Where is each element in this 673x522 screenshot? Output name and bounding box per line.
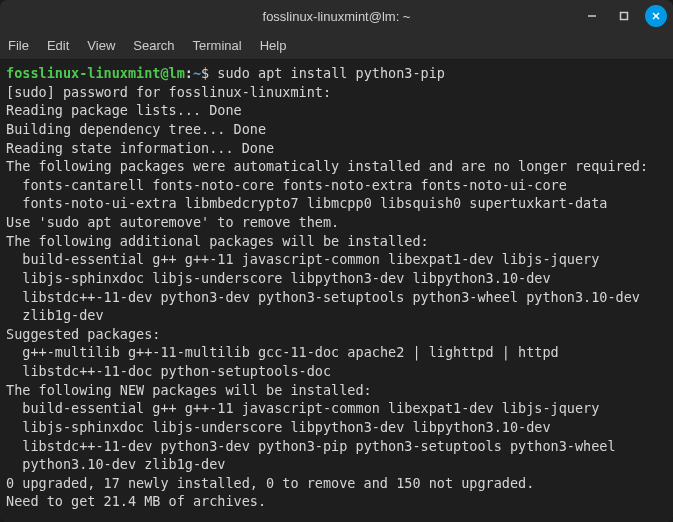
output-line: libjs-sphinxdoc libjs-underscore libpyth… — [6, 418, 667, 437]
prompt-path: ~ — [193, 65, 201, 81]
output-line: The following NEW packages will be insta… — [6, 381, 667, 400]
command-text: sudo apt install python3-pip — [217, 65, 445, 81]
output-line: python3.10-dev zlib1g-dev — [6, 455, 667, 474]
output-line: libstdc++-11-doc python-setuptools-doc — [6, 362, 667, 381]
output-line: The following additional packages will b… — [6, 232, 667, 251]
output-line: fonts-cantarell fonts-noto-core fonts-no… — [6, 176, 667, 195]
terminal-window: fosslinux-linuxmint@lm: ~ File Edit View… — [0, 0, 673, 522]
prompt-line: fosslinux-linuxmint@lm:~$ sudo apt insta… — [6, 64, 667, 83]
output-line: libstdc++-11-dev python3-dev python3-pip… — [6, 437, 667, 456]
titlebar: fosslinux-linuxmint@lm: ~ — [0, 0, 673, 32]
output-line: Reading state information... Done — [6, 139, 667, 158]
terminal-output[interactable]: fosslinux-linuxmint@lm:~$ sudo apt insta… — [0, 60, 673, 522]
output-line: Suggested packages: — [6, 325, 667, 344]
output-line: The following packages were automaticall… — [6, 157, 667, 176]
menu-file[interactable]: File — [8, 38, 29, 53]
menu-terminal[interactable]: Terminal — [193, 38, 242, 53]
close-button[interactable] — [645, 5, 667, 27]
prompt-user-host: fosslinux-linuxmint@lm — [6, 65, 185, 81]
close-icon — [651, 11, 661, 21]
output-line: [sudo] password for fosslinux-linuxmint: — [6, 83, 667, 102]
output-line: Use 'sudo apt autoremove' to remove them… — [6, 213, 667, 232]
menu-search[interactable]: Search — [133, 38, 174, 53]
output-line: build-essential g++ g++-11 javascript-co… — [6, 250, 667, 269]
menu-help[interactable]: Help — [260, 38, 287, 53]
output-line: 0 upgraded, 17 newly installed, 0 to rem… — [6, 474, 667, 493]
output-line: zlib1g-dev — [6, 306, 667, 325]
prompt-colon: : — [185, 65, 193, 81]
output-line: libjs-sphinxdoc libjs-underscore libpyth… — [6, 269, 667, 288]
output-line: g++-multilib g++-11-multilib gcc-11-doc … — [6, 343, 667, 362]
maximize-icon — [619, 11, 629, 21]
output-line: build-essential g++ g++-11 javascript-co… — [6, 399, 667, 418]
window-title: fosslinux-linuxmint@lm: ~ — [263, 9, 411, 24]
svg-rect-1 — [621, 13, 628, 20]
window-controls — [581, 0, 667, 32]
prompt-dollar: $ — [201, 65, 217, 81]
output-line: Need to get 21.4 MB of archives. — [6, 492, 667, 511]
output-line: libstdc++-11-dev python3-dev python3-set… — [6, 288, 667, 307]
menu-view[interactable]: View — [87, 38, 115, 53]
menubar: File Edit View Search Terminal Help — [0, 32, 673, 60]
maximize-button[interactable] — [613, 5, 635, 27]
minimize-icon — [587, 11, 597, 21]
output-line: fonts-noto-ui-extra libmbedcrypto7 libmc… — [6, 194, 667, 213]
output-line: Reading package lists... Done — [6, 101, 667, 120]
output-line: Building dependency tree... Done — [6, 120, 667, 139]
minimize-button[interactable] — [581, 5, 603, 27]
menu-edit[interactable]: Edit — [47, 38, 69, 53]
